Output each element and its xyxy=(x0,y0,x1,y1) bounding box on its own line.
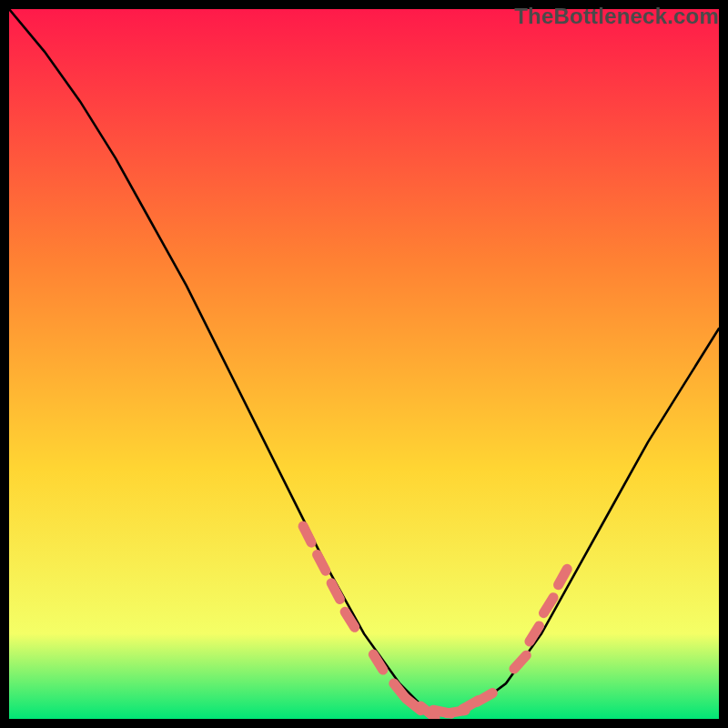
chart-container: TheBottleneck.com xyxy=(0,0,728,728)
watermark-text: TheBottleneck.com xyxy=(514,4,719,29)
bottleneck-chart xyxy=(9,9,719,719)
gradient-background xyxy=(9,9,719,719)
